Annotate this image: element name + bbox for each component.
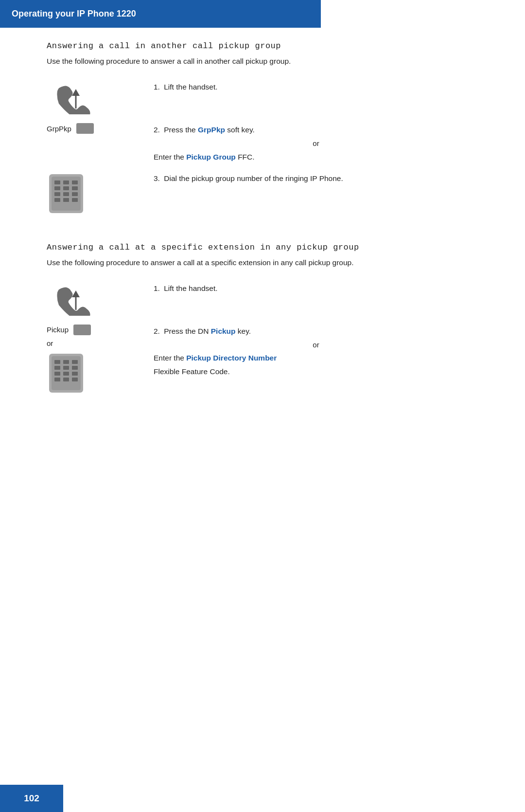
pickup-label: Pickup bbox=[47, 325, 69, 334]
section2-step2: Pickup or bbox=[47, 325, 478, 395]
section1-step2: GrpPkp 2. Press the GrpPkp soft key. or … bbox=[47, 123, 478, 162]
softkey-icon-2 bbox=[73, 325, 91, 335]
section1-step3-icon-col bbox=[47, 172, 154, 216]
section1: Answering a call in another call pickup … bbox=[47, 41, 478, 216]
svg-rect-24 bbox=[63, 366, 69, 370]
section1-desc: Use the following procedure to answer a … bbox=[47, 55, 478, 67]
svg-rect-21 bbox=[63, 360, 69, 364]
section2-title: Answering a call at a specific extension… bbox=[47, 243, 478, 252]
svg-rect-20 bbox=[54, 360, 60, 364]
svg-rect-30 bbox=[63, 378, 69, 381]
svg-rect-29 bbox=[54, 378, 60, 381]
svg-rect-8 bbox=[63, 186, 69, 190]
pickup-group-link: Pickup Group bbox=[186, 153, 236, 161]
section1-grppkp-label: GrpPkp bbox=[47, 125, 71, 133]
grppkp-link: GrpPkp bbox=[198, 126, 225, 134]
svg-rect-12 bbox=[72, 192, 78, 196]
svg-rect-31 bbox=[72, 378, 78, 381]
section1-step1-icon-col bbox=[47, 80, 154, 114]
section2-desc: Use the following procedure to answer a … bbox=[47, 257, 478, 268]
section2: Answering a call at a specific extension… bbox=[47, 243, 478, 395]
svg-rect-14 bbox=[63, 198, 69, 202]
svg-marker-17 bbox=[72, 290, 80, 297]
section2-step2-or: or bbox=[154, 339, 478, 350]
svg-rect-23 bbox=[54, 366, 60, 370]
svg-rect-22 bbox=[72, 360, 78, 364]
section2-step2-text: 2. Press the DN Pickup key. or Enter the… bbox=[154, 325, 478, 378]
header-title: Operating your IP Phone 1220 bbox=[12, 9, 136, 18]
section2-step1: 1. Lift the handset. bbox=[47, 282, 478, 316]
svg-rect-7 bbox=[54, 186, 60, 190]
svg-marker-1 bbox=[72, 89, 80, 96]
section1-step3-text: 3. Dial the pickup group number of the r… bbox=[154, 172, 478, 184]
header-bar: Operating your IP Phone 1220 bbox=[0, 0, 321, 28]
keypad-icon bbox=[47, 172, 86, 216]
svg-rect-26 bbox=[54, 372, 60, 376]
pickup-link: Pickup bbox=[211, 327, 236, 335]
svg-rect-27 bbox=[63, 372, 69, 376]
section-separator bbox=[47, 224, 478, 243]
handset-icon-2 bbox=[47, 282, 105, 316]
page-number: 102 bbox=[24, 793, 39, 804]
section1-step2-text: 2. Press the GrpPkp soft key. or Enter t… bbox=[154, 123, 478, 162]
svg-rect-11 bbox=[63, 192, 69, 196]
section2-step2-enter: Enter the Pickup Directory Number bbox=[154, 352, 478, 364]
svg-rect-15 bbox=[72, 198, 78, 202]
section2-step1-icon-col bbox=[47, 282, 154, 316]
section1-step2-icon-col: GrpPkp bbox=[47, 123, 154, 134]
handset-icon bbox=[47, 80, 105, 114]
keypad-icon-2 bbox=[47, 351, 86, 395]
svg-rect-4 bbox=[54, 180, 60, 184]
section1-step1: 1. Lift the handset. bbox=[47, 80, 478, 114]
pickup-dir-num-link: Pickup Directory Number bbox=[186, 354, 277, 362]
section1-step1-text: 1. Lift the handset. bbox=[154, 80, 478, 93]
section1-step3: 3. Dial the pickup group number of the r… bbox=[47, 172, 478, 216]
page-content: Answering a call in another call pickup … bbox=[0, 41, 525, 395]
section1-title: Answering a call in another call pickup … bbox=[47, 41, 478, 51]
svg-rect-5 bbox=[63, 180, 69, 184]
section1-step2-enter: Enter the Pickup Group FFC. bbox=[154, 151, 478, 163]
svg-rect-6 bbox=[72, 180, 78, 184]
svg-rect-13 bbox=[54, 198, 60, 202]
section2-step2-enter-line2: Flexible Feature Code. bbox=[154, 366, 478, 378]
section2-step2-or-label: or bbox=[47, 339, 91, 347]
section1-step2-or: or bbox=[154, 138, 478, 149]
svg-rect-9 bbox=[72, 186, 78, 190]
page-footer: 102 bbox=[0, 785, 63, 812]
section2-step2-icon-col: Pickup or bbox=[47, 325, 154, 395]
svg-rect-28 bbox=[72, 372, 78, 376]
svg-rect-25 bbox=[72, 366, 78, 370]
section2-step1-text: 1. Lift the handset. bbox=[154, 282, 478, 294]
svg-rect-10 bbox=[54, 192, 60, 196]
softkey-icon bbox=[76, 123, 94, 134]
